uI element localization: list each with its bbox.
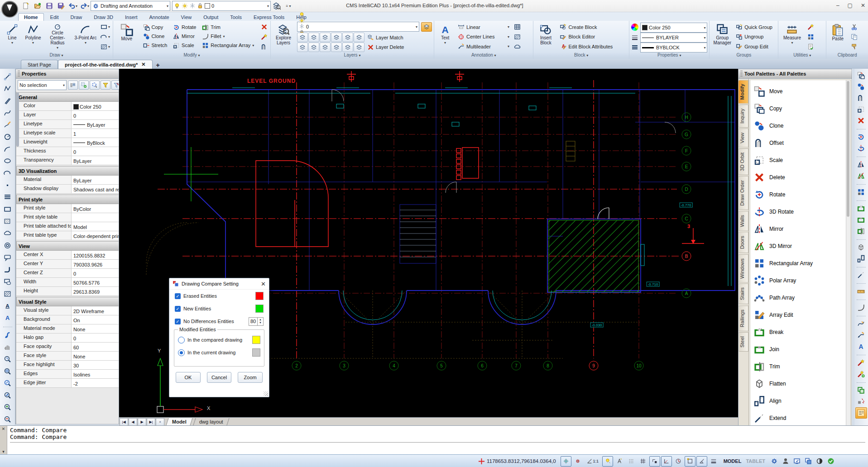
property-row[interactable]: Thickness0 (16, 147, 119, 156)
tool-zoomout-button[interactable] (2, 413, 14, 425)
palette-item-join[interactable]: Join (754, 341, 846, 358)
cut-button[interactable] (850, 23, 858, 31)
offset-button[interactable] (260, 43, 269, 51)
3-point-arc-button[interactable]: 3-Point Arc▾ (72, 22, 100, 51)
insert-block-button[interactable]: Insert Block (535, 22, 556, 51)
settings-gear-button[interactable] (771, 457, 778, 465)
palette-item-3d-rotate[interactable]: 3D Rotate (754, 203, 846, 220)
tool-orbit-button[interactable] (2, 329, 14, 341)
modify-align-button[interactable] (855, 253, 867, 264)
layer-hide-button[interactable] (320, 33, 331, 42)
line-button[interactable]: Line▾ (2, 22, 23, 51)
checkbox-checked-icon[interactable]: ✓ (175, 293, 181, 299)
layer-match-button[interactable]: Layer Match (366, 33, 405, 42)
linetype-combo[interactable]: BYLAYER▾ (640, 33, 708, 43)
status-toggle-annauto[interactable] (614, 456, 625, 467)
palette-item-move[interactable]: Move (754, 83, 846, 100)
modify-join-button[interactable] (855, 214, 867, 225)
palette-item-extend[interactable]: Extend (754, 410, 846, 427)
status-toggle-esnap[interactable] (685, 456, 695, 467)
tool-donut-button[interactable] (2, 239, 14, 252)
command-expand-icon[interactable]: ▾ (2, 449, 5, 454)
workspace-dropdown[interactable]: Drafting and Annotation▾ (91, 1, 170, 11)
section-header-view[interactable]: View▲ (16, 241, 119, 251)
modify-extend-button[interactable] (855, 269, 867, 281)
mirror-button[interactable]: Mirror (172, 32, 198, 41)
copy-button[interactable]: Copy (142, 23, 170, 32)
palette-item-offset[interactable]: Offset (754, 134, 846, 152)
palette-item-delete[interactable]: Delete (754, 169, 846, 186)
window-layout-button[interactable] (805, 457, 812, 465)
palette-tab-walls[interactable]: Walls (739, 211, 748, 231)
layer-merge-button[interactable] (320, 43, 331, 52)
palette-tab-draw-order[interactable]: Draw Order (739, 176, 748, 210)
edit-block-attributes-button[interactable]: AEdit Block Attributes (559, 42, 627, 51)
modify-mirror-button[interactable] (855, 159, 867, 170)
app-logo[interactable] (1, 1, 18, 18)
property-row[interactable]: EdgesIsolines (16, 370, 119, 379)
tool-point-button[interactable] (2, 179, 14, 191)
tool-earc-button[interactable] (2, 167, 14, 179)
property-row[interactable]: Face highlight30 (16, 361, 119, 370)
text-button[interactable]: AText ▾ (436, 22, 454, 51)
copydoc-button[interactable] (850, 33, 858, 41)
ribbon-tab-insert[interactable]: Insert (120, 14, 143, 21)
tool-boundary-button[interactable] (2, 215, 14, 228)
painter-button[interactable] (850, 43, 858, 51)
property-row[interactable]: Height29613.8369 (16, 287, 119, 296)
property-row[interactable]: Material modeNone (16, 324, 119, 334)
radio-selected-icon[interactable] (178, 349, 185, 356)
explore-layers-button[interactable]: Explore Layers (273, 22, 294, 51)
ribbon-tab-output[interactable]: Output (198, 14, 224, 21)
property-row[interactable]: Linetype scale1 (16, 129, 119, 138)
palette-item-rectangular-array[interactable]: Rectangular Array (754, 255, 846, 272)
modify-measure-button[interactable] (855, 286, 867, 297)
property-row[interactable]: Print table typeColor-dependent print ..… (16, 231, 119, 240)
prev-layout-button[interactable]: ◀ (129, 418, 137, 426)
model-space-button[interactable]: MODEL (724, 458, 742, 464)
cloud-button[interactable] (513, 43, 522, 51)
modify-break-button[interactable] (855, 203, 867, 214)
save-as-button[interactable] (56, 0, 67, 11)
palette-tab-stairs[interactable]: Stairs (739, 283, 748, 304)
tool-region-button[interactable] (2, 276, 14, 288)
maximize-button[interactable]: ▢ (848, 2, 853, 9)
contrast-button[interactable] (816, 457, 823, 465)
paste-button[interactable]: Paste (828, 22, 847, 51)
linear-button[interactable]: Linear▾ (457, 23, 510, 31)
tool-line-button[interactable] (2, 71, 14, 83)
tool-zoomin-button[interactable] (2, 401, 14, 414)
property-row[interactable]: Print table attached toModel (16, 222, 119, 231)
modify-rotate-button[interactable] (855, 131, 867, 143)
properties-palette-header[interactable]: Properties (16, 69, 119, 79)
palette-item-copy[interactable]: Copy (754, 100, 846, 117)
palette-item-path-array[interactable]: Path Array (754, 289, 846, 306)
doc-tab-start-page[interactable]: Start Page (21, 60, 58, 69)
earc-button[interactable]: ▾ (100, 33, 111, 41)
tool-stext-button[interactable]: A (2, 312, 14, 324)
wand-utility-button[interactable] (806, 23, 815, 31)
palette-grip[interactable] (740, 71, 743, 77)
tool-zoomwin-button[interactable] (2, 365, 14, 377)
modify-flatten-button[interactable] (855, 242, 867, 253)
ungroup-button[interactable]: Ungroup (735, 33, 776, 41)
tolerance-spinner[interactable]: 80▲▼ (249, 317, 264, 326)
dialog-resize-grip[interactable] (264, 391, 268, 396)
modify-texta-button[interactable]: A (855, 341, 867, 352)
command-close-icon[interactable]: ✕ (2, 427, 5, 431)
modify-leader-button[interactable] (855, 329, 867, 341)
selection-dropdown[interactable]: No selection▾ (18, 80, 67, 90)
tool-sketch-button[interactable] (2, 119, 14, 131)
ribbon-tab-express-tools[interactable]: Express Tools (248, 14, 290, 21)
modify-clone-button[interactable] (855, 81, 867, 92)
property-row[interactable]: Face styleNone (16, 352, 119, 361)
layer-combo[interactable]: 0▾ (297, 22, 419, 32)
status-toggle-snappoint[interactable] (572, 456, 583, 467)
layer-delete-button[interactable]: Layer Delete (366, 43, 405, 52)
measure-button[interactable]: Measure ▾ (780, 22, 804, 51)
tool-pipe-button[interactable] (2, 264, 14, 276)
palette-tab-view[interactable]: View (739, 129, 748, 148)
property-row[interactable]: ColorColor 250 (16, 102, 119, 111)
set-current-layer-button[interactable] (297, 43, 308, 52)
tab-close-icon[interactable]: ✕ (141, 62, 145, 67)
